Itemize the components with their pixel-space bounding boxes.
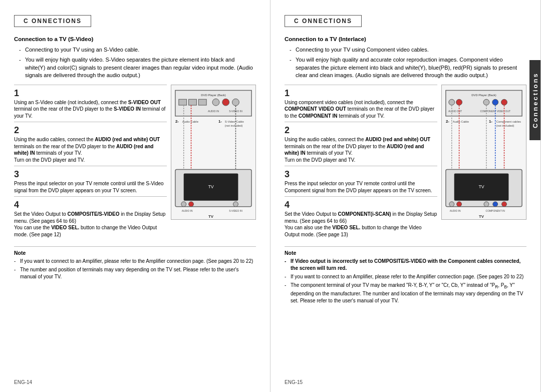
svg-text:TV: TV [208,214,214,219]
left-step-text-2: Using the audio cables, connect the AUDI… [14,136,167,163]
svg-text:Audio Cable: Audio Cable [182,120,199,123]
right-step-num-4: 4 [285,200,437,209]
right-step-text-4: Set the Video Output to COMPONENT(i-SCAN… [285,211,437,238]
right-step-text-3: Press the input selector on your TV remo… [285,180,437,194]
left-step-3: 3 Press the input selector on your TV re… [14,166,167,196]
left-step-num-3: 3 [14,170,167,179]
svg-text:1-: 1- [218,119,222,123]
right-step-4: 4 Set the Video Output to COMPONENT(i-SC… [285,196,437,240]
left-bullets: Connecting to your TV using an S-Video c… [19,46,256,80]
svg-point-6 [222,99,229,106]
svg-text:AUDIO IN: AUDIO IN [182,209,193,212]
left-diagram-box: DVD Player (Back) AUDIO IN S-VIDEO IN 2-… [171,85,256,220]
left-note-1: If you want to connect to an Amplifier, … [14,258,256,265]
connections-side-tab: Connections [529,60,540,140]
svg-point-50 [457,201,462,206]
svg-text:COMPONENT IN: COMPONENT IN [486,209,505,212]
left-steps-area: 1 Using an S-Video cable (not included),… [14,85,256,241]
svg-point-53 [502,201,507,206]
right-note: Note If Video output is incorrectly set … [285,246,526,304]
left-diagram: DVD Player (Back) AUDIO IN S-VIDEO IN 2-… [171,85,256,241]
left-step-4: 4 Set the Video Output to COMPOSITE/S-VI… [14,196,167,240]
svg-point-32 [492,99,498,105]
left-page: C ONNECTIONS Connection to a TV (S-Video… [0,0,270,392]
right-page: Connections C ONNECTIONS Connection to a… [270,0,541,392]
right-step-2: 2 Using the audio cables, connect the AU… [285,122,437,166]
right-note-2: The component terminal of your TV may be… [285,282,526,304]
right-note-bold: If Video output is incorrectly set to CO… [285,258,526,272]
svg-point-23 [233,201,238,206]
svg-text:S-Video Cable: S-Video Cable [225,120,244,123]
right-step-num-1: 1 [285,89,437,98]
left-bullet-1: Connecting to your TV using an S-Video c… [19,46,256,54]
right-step-text-2: Using the audio cables, connect the AUDI… [285,136,437,163]
svg-text:TV: TV [478,184,484,189]
svg-point-22 [189,201,194,206]
left-note: Note If you want to connect to an Amplif… [14,246,256,280]
right-step-num-3: 3 [285,170,437,179]
right-note-1: If you want to connect to an Amplifier, … [285,273,526,280]
left-step-2: 2 Using the audio cables, connect the AU… [14,122,167,166]
svg-text:DVD Player (Back): DVD Player (Back) [201,94,226,97]
left-section-title: Connection to a TV (S-Video) [14,36,256,42]
svg-text:TV: TV [479,214,484,219]
right-steps-list: 1 Using component video cables (not incl… [285,85,437,241]
svg-text:Audio Cable: Audio Cable [453,120,469,123]
right-bullet-1: Connecting to your TV using Component vi… [290,46,526,54]
svg-point-51 [484,201,489,206]
left-step-num-4: 4 [14,200,167,209]
left-step-text-4: Set the Video Output to COMPOSITE/S-VIDE… [14,211,167,238]
left-step-num-1: 1 [14,89,167,98]
right-section-title: Connection to a TV (Interlace) [285,36,526,42]
svg-text:AUDIO IN: AUDIO IN [208,110,219,113]
svg-point-49 [449,201,454,206]
svg-text:(not included): (not included) [496,124,514,127]
left-step-text-1: Using an S-Video cable (not included), c… [14,99,167,120]
svg-text:(not included): (not included) [225,124,243,127]
left-note-2: The number and position of terminals may… [14,266,256,280]
svg-text:2-: 2- [175,119,179,123]
svg-text:DVD Player (Back): DVD Player (Back) [471,94,496,97]
svg-text:AUDIO IN: AUDIO IN [450,209,461,212]
left-step-text-3: Press the input selector on your TV remo… [14,180,167,194]
right-step-text-1: Using component video cables (not includ… [285,99,437,120]
svg-point-33 [501,99,507,105]
svg-text:S-VIDEO IN: S-VIDEO IN [229,209,242,212]
right-steps-area: 1 Using component video cables (not incl… [285,85,526,241]
left-step-1: 1 Using an S-Video cable (not included),… [14,85,167,122]
svg-point-5 [212,99,219,106]
right-bullet-2: You will enjoy high quality and accurate… [290,56,526,79]
svg-point-30 [456,99,462,105]
svg-point-52 [493,201,498,206]
left-step-num-2: 2 [14,126,167,135]
svg-text:1-: 1- [489,119,492,123]
right-diagram: DVD Player (Back) AUDIO OUT COMPONENT VI… [441,85,526,241]
left-bullet-2: You will enjoy high quality video. S-Vid… [19,56,256,79]
svg-point-21 [181,201,186,206]
left-connections-header: C ONNECTIONS [14,15,91,27]
right-connections-header: C ONNECTIONS [285,15,362,27]
svg-point-31 [483,99,489,105]
right-note-title: Note [285,250,526,256]
right-step-num-2: 2 [285,126,437,135]
svg-text:2-: 2- [446,119,449,123]
svg-text:AUDIO OUT: AUDIO OUT [448,110,462,113]
svg-rect-2 [179,99,187,105]
svg-text:Component cables: Component cables [496,120,521,123]
svg-text:TV: TV [208,184,213,189]
svg-rect-4 [198,99,206,105]
left-steps-list: 1 Using an S-Video cable (not included),… [14,85,167,241]
right-step-3: 3 Press the input selector on your TV re… [285,166,437,196]
svg-rect-3 [189,99,197,105]
left-page-num: ENG-14 [14,379,32,385]
right-page-num: ENG-15 [285,379,303,385]
right-diagram-box: DVD Player (Back) AUDIO OUT COMPONENT VI… [441,85,526,220]
svg-point-7 [232,99,239,106]
left-note-title: Note [14,250,256,256]
svg-point-29 [449,99,455,105]
right-step-1: 1 Using component video cables (not incl… [285,85,437,122]
right-bullets: Connecting to your TV using Component vi… [290,46,526,80]
